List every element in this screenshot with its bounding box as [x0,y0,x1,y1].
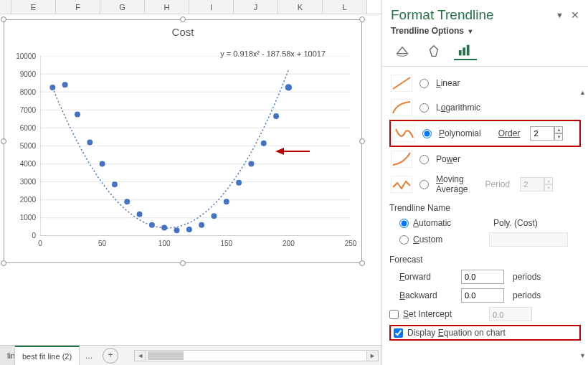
linear-radio[interactable] [419,79,429,88]
forward-unit: periods [513,272,541,282]
horizontal-scrollbar[interactable]: ◄ ► [134,350,379,361]
svg-rect-37 [459,50,462,55]
chevron-down-icon[interactable]: ▼ [465,28,473,35]
backward-input[interactable] [461,288,504,303]
custom-label[interactable]: Custom [413,234,470,245]
polynomial-radio[interactable] [422,129,432,138]
moving-average-icon [389,175,414,194]
svg-point-25 [199,222,204,228]
trendline-options-tab-icon[interactable] [454,42,477,60]
scroll-down-icon[interactable]: ▼ [579,352,586,359]
add-sheet-button[interactable]: + [103,348,118,364]
resize-handle[interactable] [1,16,6,22]
svg-line-41 [393,77,410,89]
period-up: ▲ [544,177,553,184]
panel-title: Format Trendline [391,7,549,23]
moving-average-radio[interactable] [419,180,429,189]
col-H[interactable]: H [145,0,189,14]
resize-handle[interactable] [180,16,186,22]
col-stub [0,0,11,14]
svg-marker-35 [275,148,284,155]
power-icon [389,150,414,169]
resize-handle[interactable] [359,138,365,144]
scroll-thumb[interactable] [148,351,184,360]
period-label: Period [485,179,510,189]
svg-point-30 [261,141,267,146]
forward-label: Forward [399,272,457,282]
set-intercept-label[interactable]: Set Intercept [403,309,452,319]
period-down: ▼ [544,184,553,191]
logarithmic-label[interactable]: Logarithmic [436,103,480,113]
col-J[interactable]: J [234,0,278,14]
col-L[interactable]: L [323,0,367,14]
scroll-right-button[interactable]: ► [366,351,378,361]
display-equation-checkbox[interactable] [394,328,403,338]
svg-point-14 [62,82,68,87]
svg-rect-39 [467,45,470,56]
sheet-tab[interactable]: line [0,346,15,365]
chart-title[interactable]: Cost [4,26,361,38]
effects-tab-icon[interactable] [422,42,445,60]
svg-point-19 [124,199,130,204]
linear-icon [389,74,414,93]
resize-handle[interactable] [359,16,365,22]
moving-average-label[interactable]: MovingAverage [436,174,468,194]
order-up[interactable]: ▲ [554,126,563,133]
chart-object[interactable]: Cost y = 0.918x² - 187.58x + 10017 01000… [4,19,362,263]
svg-point-20 [137,212,143,217]
set-intercept-value: 0.0 [489,307,532,321]
scroll-left-button[interactable]: ◄ [135,351,146,361]
sheet-tab-active[interactable]: best fit line (2) [15,346,80,365]
fill-line-tab-icon[interactable] [391,42,414,60]
svg-point-15 [75,112,80,118]
col-K[interactable]: K [278,0,323,14]
svg-point-22 [161,225,167,231]
trendline-name-section: Trendline Name [389,197,581,216]
forecast-section: Forecast [389,249,581,267]
svg-point-21 [149,222,155,228]
polynomial-icon [392,124,417,143]
forward-input[interactable] [461,270,504,284]
svg-rect-38 [463,47,465,55]
linear-label[interactable]: Linear [436,78,460,88]
custom-radio[interactable] [399,235,409,245]
resize-handle[interactable] [1,260,6,266]
svg-point-16 [87,139,93,145]
polynomial-label[interactable]: Polynomial [439,128,481,138]
power-radio[interactable] [419,155,429,164]
svg-point-13 [49,85,55,90]
order-down[interactable]: ▼ [554,133,563,141]
sheet-tabs: line best fit line (2) ... + ◄ ► [0,345,381,365]
scroll-up-icon[interactable]: ▲ [579,89,586,96]
format-trendline-panel: Format Trendline ▼ ✕ Trendline Options ▼… [381,0,588,365]
tabs-overflow[interactable]: ... [80,351,98,361]
svg-point-23 [174,227,180,233]
svg-point-26 [211,213,217,219]
automatic-radio[interactable] [399,219,409,228]
automatic-label[interactable]: Automatic [413,218,470,228]
resize-handle[interactable] [359,260,365,266]
x-axis: 050100150200250 [40,240,351,255]
resize-handle[interactable] [180,260,186,266]
custom-name-input[interactable] [489,232,568,247]
set-intercept-checkbox[interactable] [389,310,399,319]
svg-point-24 [186,227,192,232]
svg-point-28 [236,180,242,186]
col-E[interactable]: E [11,0,56,14]
col-F[interactable]: F [56,0,100,14]
panel-subtitle[interactable]: Trendline Options [391,26,464,36]
display-equation-label[interactable]: Display Equation on chart [407,328,506,338]
svg-point-18 [112,181,118,187]
svg-point-29 [248,161,254,167]
logarithmic-radio[interactable] [419,103,429,113]
automatic-name-value: Poly. (Cost) [493,218,538,228]
col-I[interactable]: I [189,0,234,14]
panel-dropdown-icon[interactable]: ▼ [556,11,564,19]
svg-point-27 [224,199,229,204]
col-G[interactable]: G [100,0,145,14]
annotation-arrow [275,146,311,157]
order-input[interactable] [530,126,554,141]
close-icon[interactable]: ✕ [571,9,579,21]
y-axis: 0100020003000400050006000700080009000100… [4,56,39,235]
power-label[interactable]: Power [436,154,460,164]
